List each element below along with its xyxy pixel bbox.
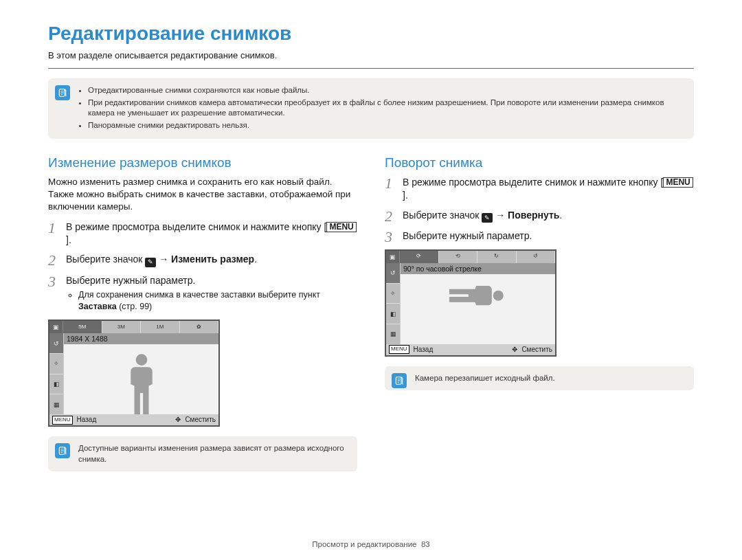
size-option-icon: ✿ <box>180 321 219 333</box>
footer-page-number: 83 <box>421 540 430 548</box>
size-option-icon: 3M <box>102 321 142 333</box>
footer-section: Просмотр и редактирование <box>312 540 416 548</box>
content-columns: Изменение размеров снимков Можно изменит… <box>48 154 694 486</box>
rotate-screen-preview: ▣ ⟳ ⟲ ↻ ↺ ↺ ✧ ◧ ▦ 9 <box>385 249 556 357</box>
page-title: Редактирование снимков <box>48 21 694 47</box>
note-icon <box>392 373 407 388</box>
screen-main-label: 1984 X 1488 <box>64 333 218 344</box>
screen-footer: MENU Назад ✥ Сместить <box>386 344 555 355</box>
action-name: Повернуть <box>508 210 559 221</box>
screen-main-area: 1984 X 1488 <box>63 333 218 414</box>
left-note-box: Доступные варианты изменения размера зав… <box>48 436 357 471</box>
step-text: . <box>254 254 257 265</box>
edit-tool-icon: ✎ <box>482 213 493 223</box>
note-icon <box>55 85 70 100</box>
screen-corner-icon: ▣ <box>386 251 400 263</box>
page-subtitle: В этом разделе описывается редактировани… <box>48 49 694 62</box>
screen-corner-icon: ▣ <box>49 321 63 333</box>
menu-key: MENU <box>326 222 356 232</box>
footer-move-label: Сместить <box>521 345 552 355</box>
step-text: ]. <box>403 190 408 201</box>
left-tab-icon: ◧ <box>386 303 400 324</box>
top-note-item: При редактировании снимков камера автома… <box>88 98 684 119</box>
action-name: Изменить размер <box>171 254 254 265</box>
left-tab-icon: ✧ <box>386 283 400 304</box>
rotate-option-icon: ↺ <box>517 251 556 263</box>
right-note-box: Камера перезапишет исходный файл. <box>385 366 694 391</box>
left-note-text: Доступные варианты изменения размера зав… <box>78 444 344 463</box>
size-option-icon: 1M <box>141 321 180 333</box>
footer-back-label: Назад <box>77 415 97 425</box>
step-text: В режиме просмотра выделите снимок и наж… <box>66 221 326 232</box>
step-text: Выберите значок <box>403 210 482 221</box>
screen-body: ↺ ✧ ◧ ▦ 90° по часовой стрелке <box>386 263 555 344</box>
left-tab-icon: ✧ <box>49 353 63 374</box>
nav-cross-icon: ✥ <box>512 345 517 355</box>
screen-footer: MENU Назад ✥ Сместить <box>49 414 218 425</box>
screen-left-tabs: ↺ ✧ ◧ ▦ <box>49 333 63 414</box>
rotate-option-icon: ⟳ <box>400 251 439 263</box>
left-step-2: Выберите значок ✎ → Изменить размер. <box>48 253 357 267</box>
right-step-3: Выберите нужный параметр. <box>385 229 694 243</box>
screen-body: ↺ ✧ ◧ ▦ 1984 X 1488 <box>49 333 218 414</box>
footer-move-label: Сместить <box>185 415 216 425</box>
left-section-heading: Изменение размеров снимков <box>48 154 357 172</box>
footer-back-label: Назад <box>414 345 434 355</box>
left-step-3: Выберите нужный параметр. Для сохранения… <box>48 274 357 313</box>
left-step-3-bullets: Для сохранения снимка в качестве заставк… <box>66 289 357 313</box>
resize-screen-preview: ▣ 5M 3M 1M ✿ ↺ ✧ ◧ ▦ <box>48 320 220 427</box>
menu-key-small: MENU <box>52 416 73 425</box>
bullet-text: Для сохранения снимка в качестве заставк… <box>78 290 320 300</box>
right-step-2: Выберите значок ✎ → Повернуть. <box>385 209 694 223</box>
right-step-1: В режиме просмотра выделите снимок и наж… <box>385 176 694 202</box>
arrow-text: → <box>493 210 508 221</box>
step-text: Выберите нужный параметр. <box>403 230 532 241</box>
left-tab-icon: ▦ <box>386 324 400 344</box>
left-tab-icon: ▦ <box>49 394 63 414</box>
top-note-box: Отредактированные снимки сохраняются как… <box>48 78 694 139</box>
nav-cross-icon: ✥ <box>175 415 181 425</box>
left-tab-icon: ↺ <box>386 263 400 283</box>
note-icon <box>55 443 70 458</box>
screen-top-options: 5M 3M 1M ✿ <box>63 321 218 333</box>
bullet-bold: Заставка <box>78 302 117 311</box>
arrow-text: → <box>156 254 171 265</box>
top-note-item: Панорамные снимки редактировать нельзя. <box>88 120 684 131</box>
top-note-item: Отредактированные снимки сохраняются как… <box>88 85 684 96</box>
menu-key-small: MENU <box>389 345 409 354</box>
right-column: Поворот снимка В режиме просмотра выдели… <box>385 154 694 486</box>
screen-left-tabs: ↺ ✧ ◧ ▦ <box>386 263 400 344</box>
step-text: В режиме просмотра выделите снимок и наж… <box>403 177 663 188</box>
left-step-1: В режиме просмотра выделите снимок и наж… <box>48 221 357 247</box>
person-silhouette-icon <box>95 350 188 414</box>
title-divider <box>48 68 694 69</box>
step-text: Выберите нужный параметр. <box>66 275 195 286</box>
menu-key: MENU <box>663 177 693 188</box>
step-text: . <box>559 210 562 221</box>
manual-page: Редактирование снимков В этом разделе оп… <box>0 0 742 560</box>
left-tab-icon: ↺ <box>49 333 63 353</box>
page-footer: Просмотр и редактирование 83 <box>0 539 742 550</box>
person-silhouette-rotated-icon <box>449 254 507 337</box>
step-text: ]. <box>66 234 71 245</box>
screen-main-area: 90° по часовой стрелке <box>400 263 555 344</box>
bullet-text: (стр. 99) <box>117 302 153 311</box>
left-section-intro: Можно изменить размер снимка и сохранить… <box>48 176 357 214</box>
left-column: Изменение размеров снимков Можно изменит… <box>48 154 357 486</box>
step-text: Выберите значок <box>66 254 145 265</box>
right-section-heading: Поворот снимка <box>385 154 694 172</box>
left-tab-icon: ◧ <box>49 374 63 394</box>
top-note-list: Отредактированные снимки сохраняются как… <box>78 85 684 131</box>
bullet-item: Для сохранения снимка в качестве заставк… <box>78 289 357 313</box>
screen-top-row: ▣ 5M 3M 1M ✿ <box>49 321 218 333</box>
left-steps: В режиме просмотра выделите снимок и наж… <box>48 221 357 313</box>
right-steps: В режиме просмотра выделите снимок и наж… <box>385 176 694 243</box>
right-note-text: Камера перезапишет исходный файл. <box>415 374 555 382</box>
size-option-icon: 5M <box>63 321 102 333</box>
edit-tool-icon: ✎ <box>145 258 156 267</box>
